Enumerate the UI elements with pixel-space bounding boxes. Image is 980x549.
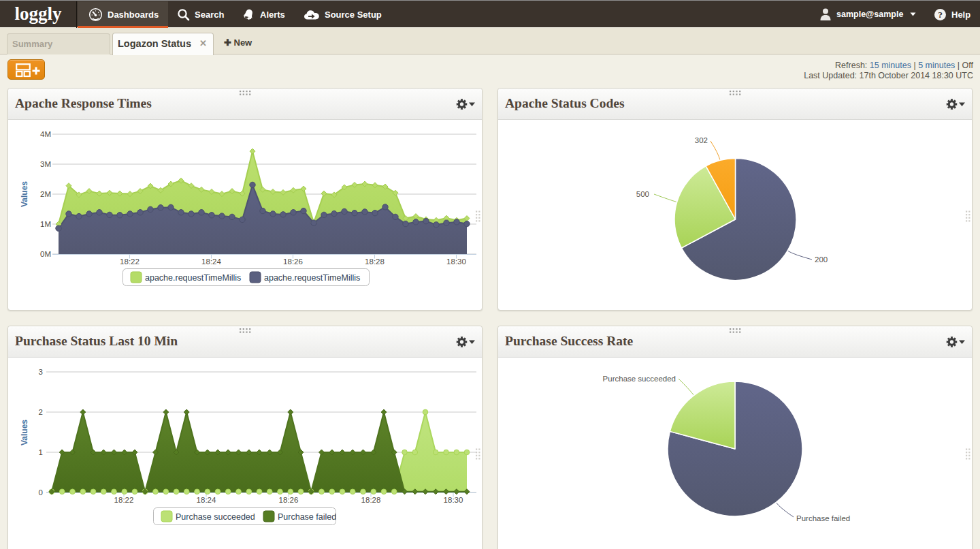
svg-text:18:22: 18:22 <box>120 257 140 266</box>
svg-text:18:26: 18:26 <box>279 496 299 504</box>
svg-text:1M: 1M <box>40 220 51 228</box>
svg-text:2M: 2M <box>40 190 51 198</box>
svg-text:3M: 3M <box>40 160 51 168</box>
svg-text:apache.requestTimeMillis: apache.requestTimeMillis <box>145 273 241 283</box>
svg-text:302: 302 <box>695 136 708 144</box>
svg-text:Values: Values <box>20 420 29 445</box>
svg-text:Purchase failed: Purchase failed <box>278 512 336 522</box>
svg-text:18:28: 18:28 <box>365 257 385 266</box>
svg-text:18:28: 18:28 <box>361 496 381 504</box>
svg-text:2: 2 <box>39 408 43 416</box>
svg-text:4M: 4M <box>40 130 51 138</box>
svg-text:?: ? <box>938 10 943 20</box>
svg-text:18:24: 18:24 <box>201 257 221 266</box>
svg-text:apache.requestTimeMillis: apache.requestTimeMillis <box>264 273 360 283</box>
svg-text:Purchase succeeded: Purchase succeeded <box>176 512 255 522</box>
svg-text:0: 0 <box>39 488 43 497</box>
svg-text:500: 500 <box>636 190 649 198</box>
svg-text:18:24: 18:24 <box>197 496 216 504</box>
svg-text:18:26: 18:26 <box>283 257 303 266</box>
svg-text:Purchase failed: Purchase failed <box>796 514 850 522</box>
svg-text:18:22: 18:22 <box>114 496 134 504</box>
svg-text:18:30: 18:30 <box>444 496 463 504</box>
svg-text:1: 1 <box>39 448 43 456</box>
svg-text:18:30: 18:30 <box>446 257 466 266</box>
svg-text:200: 200 <box>815 255 828 264</box>
svg-text:Purchase succeeded: Purchase succeeded <box>603 375 676 383</box>
svg-text:Values: Values <box>20 181 29 207</box>
svg-text:3: 3 <box>39 368 43 376</box>
svg-text:0M: 0M <box>40 250 51 258</box>
